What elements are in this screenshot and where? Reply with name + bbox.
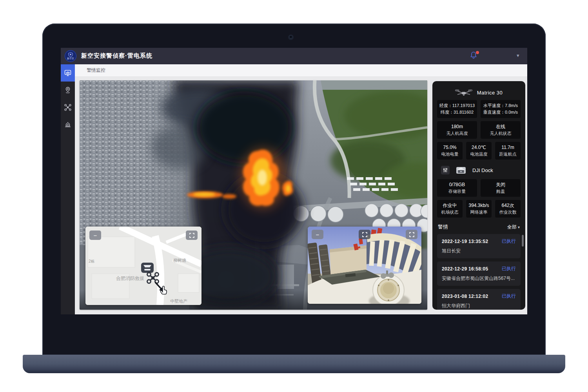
stat-network: 394.3kb/s 网络速率 bbox=[466, 200, 492, 218]
sidebar-item-drone[interactable] bbox=[61, 99, 75, 116]
drone-icon bbox=[64, 103, 72, 111]
mini-map: 2栋 合肥消防救援 柳树塘 中墅地产 bbox=[85, 227, 201, 305]
monitor-chart-icon bbox=[64, 69, 72, 77]
breadcrumb-bar: 警情监控 bbox=[75, 64, 527, 77]
notification-button[interactable] bbox=[469, 51, 479, 61]
alert-status-badge: 已执行 bbox=[502, 238, 516, 245]
map-pin-icon bbox=[64, 86, 72, 94]
sidebar-item-alarm[interactable] bbox=[61, 116, 75, 133]
stat-dock-status: 作业中 机场状态 bbox=[437, 200, 463, 218]
map-label-fire-station: 合肥消防救援 bbox=[116, 276, 144, 281]
alerts-title: 警情 bbox=[438, 223, 448, 230]
vspeed-value: 0.0m/s bbox=[505, 110, 518, 114]
live-video-feed: 2栋 合肥消防救援 柳树塘 中墅地产 bbox=[80, 80, 427, 310]
hspeed-value: 7.8m/s bbox=[505, 103, 518, 108]
dock-settings-button[interactable] bbox=[441, 166, 450, 174]
page: 新空安 新空安接警侦察·雷电系统 ▾ bbox=[0, 0, 588, 392]
minus-icon: − bbox=[316, 232, 319, 238]
alert-location: 旭日长安 bbox=[442, 248, 516, 254]
notification-dot bbox=[476, 51, 479, 54]
alert-item[interactable]: 2023-01-08 12:12:02 已执行 恒大华府西门 bbox=[437, 289, 521, 310]
fire-truck-marker bbox=[141, 263, 154, 273]
app-window: 新空安 新空安接警侦察·雷电系统 ▾ bbox=[61, 48, 527, 314]
stat-altitude: 180m 无人机高度 bbox=[437, 121, 477, 139]
alerts-list: 2022-12-19 13:35:52 已执行 旭日长安 2022-12-29 … bbox=[437, 234, 521, 310]
drone-model: Matrice 30 bbox=[477, 90, 503, 96]
lng-value: 117.197013 bbox=[452, 103, 475, 108]
sidebar-item-location[interactable] bbox=[61, 82, 75, 99]
shield-icon bbox=[68, 52, 73, 57]
camera-expand-button[interactable] bbox=[406, 230, 417, 239]
map-label-building: 2栋 bbox=[89, 259, 95, 263]
alert-time: 2022-12-29 16:58:05 bbox=[442, 266, 488, 272]
alert-item[interactable]: 2022-12-19 13:35:52 已执行 旭日长安 bbox=[437, 234, 521, 258]
drone-photo-icon bbox=[455, 88, 472, 97]
laptop-webcam bbox=[288, 34, 294, 40]
stat-storage: 0/78GB 存储容量 bbox=[437, 179, 477, 197]
left-sidebar bbox=[61, 64, 75, 314]
stat-battery-temp: 24.0℃ 电池温度 bbox=[466, 142, 492, 160]
expand-icon bbox=[189, 233, 194, 238]
top-bar: 新空安 新空安接警侦察·雷电系统 ▾ bbox=[61, 48, 527, 64]
expand-icon bbox=[362, 232, 367, 237]
drone-header: Matrice 30 bbox=[437, 85, 521, 100]
alerts-filter-dropdown[interactable]: 全部▾ bbox=[507, 224, 520, 230]
alert-location: 安徽省合肥市蜀山区黄山路567号... bbox=[442, 275, 516, 282]
map-zoom-out-button[interactable]: − bbox=[89, 230, 101, 240]
map-label-road: 柳树塘 bbox=[173, 258, 186, 263]
alert-time: 2022-12-19 13:35:52 bbox=[442, 239, 488, 244]
minus-icon: − bbox=[94, 232, 97, 238]
expand-icon bbox=[409, 232, 414, 237]
map-expand-button[interactable] bbox=[186, 230, 198, 240]
coords-box: 经度：117.197013 纬度：31.811602 bbox=[437, 100, 477, 118]
alert-location: 恒大华府西门 bbox=[442, 303, 516, 309]
logo-text: 新空安 bbox=[67, 57, 74, 60]
account-dropdown[interactable]: ▾ bbox=[517, 53, 519, 58]
mini-map-overlay[interactable]: 2栋 合肥消防救援 柳树塘 中墅地产 bbox=[85, 227, 201, 305]
dock-photo-icon bbox=[456, 166, 466, 174]
dock-camera-overlay[interactable]: − bbox=[308, 227, 421, 304]
stat-home-distance: 11.7m 距返航点 bbox=[495, 142, 521, 160]
alerts-filter-label: 全部 bbox=[507, 224, 517, 230]
breadcrumb: 警情监控 bbox=[87, 67, 105, 74]
camera-switch-view-button[interactable] bbox=[359, 230, 370, 239]
dock-header: DJI Dock bbox=[441, 164, 521, 176]
stat-battery: 75.0% 电池电量 bbox=[437, 142, 463, 160]
sidebar-item-monitor[interactable] bbox=[61, 64, 75, 82]
app-title: 新空安接警侦察·雷电系统 bbox=[81, 52, 152, 60]
map-label-realty: 中墅地产 bbox=[170, 299, 187, 303]
siren-icon bbox=[64, 121, 72, 129]
stat-missions: 642次 作业次数 bbox=[495, 200, 521, 218]
camera-zoom-out-button[interactable]: − bbox=[312, 230, 323, 239]
stat-hatch: 关闭 舱盖 bbox=[481, 179, 521, 197]
dock-name: DJI Dock bbox=[472, 167, 493, 173]
chevron-down-icon: ▾ bbox=[518, 225, 520, 229]
app-logo: 新空安 bbox=[65, 50, 76, 62]
stat-status: 在线 无人机状态 bbox=[481, 121, 521, 139]
sliders-icon bbox=[443, 167, 448, 173]
drone-status-panel: Matrice 30 经度：117.197013 纬度：31.811602 水平… bbox=[432, 81, 525, 310]
vspeed-label: 垂直速度： bbox=[483, 110, 505, 114]
laptop-base bbox=[23, 355, 565, 373]
alert-status-badge: 已执行 bbox=[502, 293, 516, 299]
lat-label: 纬度： bbox=[441, 110, 454, 114]
lat-value: 31.811602 bbox=[454, 110, 474, 114]
alert-time: 2023-01-08 12:12:02 bbox=[442, 294, 488, 299]
hspeed-label: 水平速度： bbox=[483, 103, 505, 108]
alert-status-badge: 已执行 bbox=[502, 265, 516, 272]
alerts-scrollbar[interactable] bbox=[522, 235, 524, 247]
lng-label: 经度： bbox=[439, 103, 452, 108]
speed-box: 水平速度：7.8m/s 垂直速度：0.0m/s bbox=[481, 100, 521, 118]
alert-item[interactable]: 2022-12-29 16:58:05 已执行 安徽省合肥市蜀山区黄山路567号… bbox=[437, 261, 521, 286]
